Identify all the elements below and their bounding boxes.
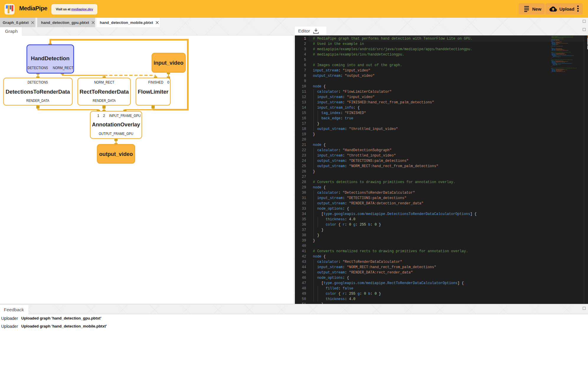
svg-text:DETECTIONS: DETECTIONS (28, 66, 48, 70)
svg-text:INPUT_FRAME_GPU: INPUT_FRAME_GPU (109, 114, 141, 118)
svg-text:OUTPUT_FRAME_GPU: OUTPUT_FRAME_GPU (99, 132, 133, 136)
svg-text:HandDetection: HandDetection (31, 55, 70, 61)
svg-text:FlowLimiter: FlowLimiter (138, 89, 169, 95)
svg-text:NORM_RECT: NORM_RECT (94, 80, 115, 84)
svg-text:2: 2 (103, 114, 105, 118)
svg-text:output_video: output_video (99, 151, 133, 157)
svg-text:RENDER_DATA: RENDER_DATA (93, 99, 116, 103)
svg-text:NORM_RECT: NORM_RECT (53, 66, 74, 70)
svg-text:DETECTIONS: DETECTIONS (28, 80, 48, 84)
svg-text:DetectionsToRenderData: DetectionsToRenderData (6, 89, 70, 95)
svg-text:RectToRenderData: RectToRenderData (80, 89, 129, 95)
svg-text:0: 0 (167, 80, 169, 84)
svg-text:RENDER_DATA: RENDER_DATA (26, 99, 50, 103)
svg-text:FINISHED: FINISHED (148, 80, 163, 84)
svg-text:1: 1 (97, 114, 99, 118)
svg-text:input_video: input_video (154, 60, 184, 66)
svg-text:AnnotationOverlay: AnnotationOverlay (92, 121, 141, 128)
